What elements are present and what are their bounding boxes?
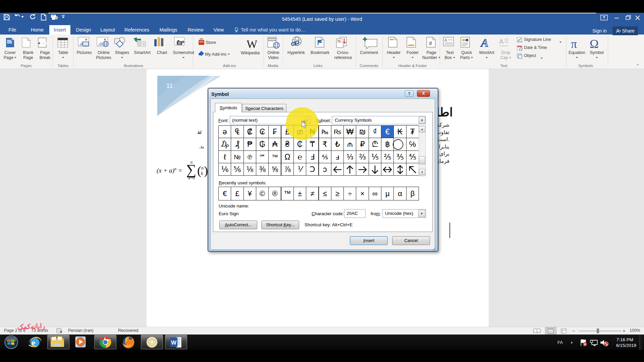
svg-text:W: W — [247, 38, 258, 50]
svg-text:#: # — [429, 41, 432, 46]
svg-text:A: A — [499, 38, 504, 45]
svg-text:A: A — [480, 37, 488, 49]
svg-text:Ω: Ω — [590, 37, 599, 51]
svg-text:π: π — [571, 37, 577, 51]
svg-text:11: 11 — [166, 82, 173, 89]
svg-text:A: A — [444, 38, 447, 43]
svg-text:W: W — [171, 340, 177, 346]
